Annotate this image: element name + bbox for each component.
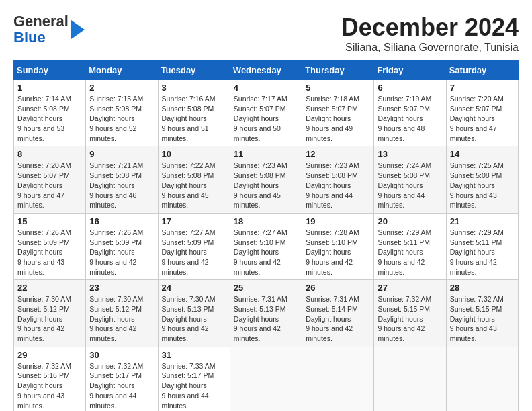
day-info: Sunrise: 7:32 AM Sunset: 5:15 PM Dayligh… <box>450 294 515 343</box>
logo-arrow-icon <box>71 20 85 39</box>
day-number: 31 <box>162 350 226 360</box>
day-number: 14 <box>450 149 515 159</box>
calendar-cell <box>446 347 518 411</box>
day-info: Sunrise: 7:29 AM Sunset: 5:11 PM Dayligh… <box>450 228 515 277</box>
day-number: 25 <box>234 283 298 293</box>
day-info: Sunrise: 7:14 AM Sunset: 5:08 PM Dayligh… <box>17 94 82 143</box>
day-info: Sunrise: 7:16 AM Sunset: 5:08 PM Dayligh… <box>162 94 226 143</box>
day-info: Sunrise: 7:29 AM Sunset: 5:11 PM Dayligh… <box>378 228 442 277</box>
day-info: Sunrise: 7:24 AM Sunset: 5:08 PM Dayligh… <box>378 161 442 210</box>
day-number: 28 <box>450 283 515 293</box>
page-header: General Blue December 2024 Siliana, Sili… <box>13 13 519 54</box>
day-info: Sunrise: 7:20 AM Sunset: 5:07 PM Dayligh… <box>17 161 82 210</box>
logo-blue: Blue <box>13 29 46 46</box>
calendar-cell: 14 Sunrise: 7:25 AM Sunset: 5:08 PM Dayl… <box>446 146 518 213</box>
day-number: 29 <box>17 350 82 360</box>
calendar-cell: 5 Sunrise: 7:18 AM Sunset: 5:07 PM Dayli… <box>302 80 374 146</box>
day-info: Sunrise: 7:18 AM Sunset: 5:07 PM Dayligh… <box>306 94 370 143</box>
calendar-cell: 4 Sunrise: 7:17 AM Sunset: 5:07 PM Dayli… <box>230 80 302 146</box>
calendar-cell: 3 Sunrise: 7:16 AM Sunset: 5:08 PM Dayli… <box>158 80 230 146</box>
calendar-cell: 30 Sunrise: 7:32 AM Sunset: 5:17 PM Dayl… <box>86 347 158 411</box>
day-info: Sunrise: 7:28 AM Sunset: 5:10 PM Dayligh… <box>306 228 370 277</box>
day-info: Sunrise: 7:30 AM Sunset: 5:12 PM Dayligh… <box>17 294 82 343</box>
calendar-cell: 15 Sunrise: 7:26 AM Sunset: 5:09 PM Dayl… <box>14 213 86 279</box>
day-number: 26 <box>306 283 370 293</box>
day-info: Sunrise: 7:32 AM Sunset: 5:17 PM Dayligh… <box>89 361 154 410</box>
day-number: 13 <box>378 149 442 159</box>
calendar-cell: 21 Sunrise: 7:29 AM Sunset: 5:11 PM Dayl… <box>446 213 518 279</box>
day-number: 20 <box>378 216 442 226</box>
day-info: Sunrise: 7:26 AM Sunset: 5:09 PM Dayligh… <box>17 228 82 277</box>
day-info: Sunrise: 7:27 AM Sunset: 5:09 PM Dayligh… <box>162 228 226 277</box>
calendar-cell: 25 Sunrise: 7:31 AM Sunset: 5:13 PM Dayl… <box>230 280 302 347</box>
calendar-cell: 6 Sunrise: 7:19 AM Sunset: 5:07 PM Dayli… <box>374 80 446 146</box>
day-number: 1 <box>17 83 82 93</box>
day-number: 15 <box>17 216 82 226</box>
calendar-cell <box>230 347 302 411</box>
calendar-cell: 23 Sunrise: 7:30 AM Sunset: 5:12 PM Dayl… <box>86 280 158 347</box>
col-header-monday: Monday <box>86 61 158 80</box>
calendar-cell: 10 Sunrise: 7:22 AM Sunset: 5:08 PM Dayl… <box>158 146 230 213</box>
calendar-cell: 12 Sunrise: 7:23 AM Sunset: 5:08 PM Dayl… <box>302 146 374 213</box>
calendar-cell: 1 Sunrise: 7:14 AM Sunset: 5:08 PM Dayli… <box>14 80 86 146</box>
calendar-cell: 16 Sunrise: 7:26 AM Sunset: 5:09 PM Dayl… <box>86 213 158 279</box>
day-number: 3 <box>162 83 226 93</box>
calendar-cell: 28 Sunrise: 7:32 AM Sunset: 5:15 PM Dayl… <box>446 280 518 347</box>
day-info: Sunrise: 7:27 AM Sunset: 5:10 PM Dayligh… <box>234 228 298 277</box>
logo: General Blue <box>13 13 85 46</box>
calendar-cell: 8 Sunrise: 7:20 AM Sunset: 5:07 PM Dayli… <box>14 146 86 213</box>
day-info: Sunrise: 7:20 AM Sunset: 5:07 PM Dayligh… <box>450 94 515 143</box>
day-number: 19 <box>306 216 370 226</box>
day-number: 18 <box>234 216 298 226</box>
day-number: 23 <box>89 283 154 293</box>
day-number: 30 <box>89 350 154 360</box>
day-info: Sunrise: 7:22 AM Sunset: 5:08 PM Dayligh… <box>162 161 226 210</box>
day-number: 10 <box>162 149 226 159</box>
day-number: 11 <box>234 149 298 159</box>
calendar-cell: 2 Sunrise: 7:15 AM Sunset: 5:08 PM Dayli… <box>86 80 158 146</box>
day-info: Sunrise: 7:32 AM Sunset: 5:16 PM Dayligh… <box>17 361 82 410</box>
day-info: Sunrise: 7:33 AM Sunset: 5:17 PM Dayligh… <box>162 361 226 410</box>
day-info: Sunrise: 7:19 AM Sunset: 5:07 PM Dayligh… <box>378 94 442 143</box>
day-info: Sunrise: 7:30 AM Sunset: 5:13 PM Dayligh… <box>162 294 226 343</box>
day-info: Sunrise: 7:31 AM Sunset: 5:13 PM Dayligh… <box>234 294 298 343</box>
day-info: Sunrise: 7:21 AM Sunset: 5:08 PM Dayligh… <box>89 161 154 210</box>
day-info: Sunrise: 7:25 AM Sunset: 5:08 PM Dayligh… <box>450 161 515 210</box>
calendar-cell: 22 Sunrise: 7:30 AM Sunset: 5:12 PM Dayl… <box>14 280 86 347</box>
day-number: 27 <box>378 283 442 293</box>
calendar-cell: 17 Sunrise: 7:27 AM Sunset: 5:09 PM Dayl… <box>158 213 230 279</box>
day-number: 17 <box>162 216 226 226</box>
calendar-cell: 13 Sunrise: 7:24 AM Sunset: 5:08 PM Dayl… <box>374 146 446 213</box>
page-subtitle: Siliana, Siliana Governorate, Tunisia <box>341 42 519 54</box>
day-info: Sunrise: 7:23 AM Sunset: 5:08 PM Dayligh… <box>234 161 298 210</box>
col-header-friday: Friday <box>374 61 446 80</box>
calendar-cell <box>302 347 374 411</box>
day-info: Sunrise: 7:26 AM Sunset: 5:09 PM Dayligh… <box>89 228 154 277</box>
calendar-cell: 20 Sunrise: 7:29 AM Sunset: 5:11 PM Dayl… <box>374 213 446 279</box>
page-title: December 2024 <box>341 13 519 42</box>
day-number: 5 <box>306 83 370 93</box>
calendar-cell: 9 Sunrise: 7:21 AM Sunset: 5:08 PM Dayli… <box>86 146 158 213</box>
day-number: 9 <box>89 149 154 159</box>
day-number: 2 <box>89 83 154 93</box>
calendar-cell: 31 Sunrise: 7:33 AM Sunset: 5:17 PM Dayl… <box>158 347 230 411</box>
calendar-cell: 19 Sunrise: 7:28 AM Sunset: 5:10 PM Dayl… <box>302 213 374 279</box>
day-number: 21 <box>450 216 515 226</box>
day-number: 4 <box>234 83 298 93</box>
calendar-cell <box>374 347 446 411</box>
calendar-table: SundayMondayTuesdayWednesdayThursdayFrid… <box>13 60 519 411</box>
day-number: 12 <box>306 149 370 159</box>
day-number: 7 <box>450 83 515 93</box>
day-info: Sunrise: 7:15 AM Sunset: 5:08 PM Dayligh… <box>89 94 154 143</box>
day-number: 22 <box>17 283 82 293</box>
calendar-cell: 26 Sunrise: 7:31 AM Sunset: 5:14 PM Dayl… <box>302 280 374 347</box>
col-header-thursday: Thursday <box>302 61 374 80</box>
calendar-cell: 11 Sunrise: 7:23 AM Sunset: 5:08 PM Dayl… <box>230 146 302 213</box>
col-header-tuesday: Tuesday <box>158 61 230 80</box>
day-info: Sunrise: 7:23 AM Sunset: 5:08 PM Dayligh… <box>306 161 370 210</box>
day-info: Sunrise: 7:32 AM Sunset: 5:15 PM Dayligh… <box>378 294 442 343</box>
col-header-wednesday: Wednesday <box>230 61 302 80</box>
col-header-sunday: Sunday <box>14 61 86 80</box>
day-number: 6 <box>378 83 442 93</box>
logo-general: General <box>13 13 69 30</box>
